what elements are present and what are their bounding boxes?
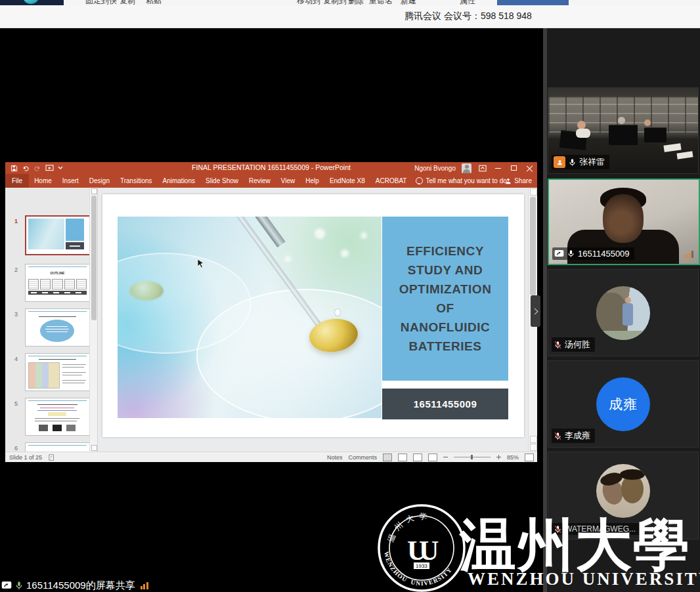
move-to-button[interactable]: 移动到 [297, 0, 320, 5]
zoom-slider-thumb[interactable] [471, 455, 473, 459]
thumb-number: 1 [14, 218, 18, 224]
participant-tile-16511455009[interactable]: 16511455009 [548, 179, 700, 265]
explorer-logo [0, 0, 64, 5]
tab-help[interactable]: Help [300, 174, 324, 188]
mic-on-icon [568, 158, 577, 167]
slide-canvas-area: EFFICIENCY STUDY AND OPTIMIZATION OF NAN… [98, 188, 537, 452]
previous-slide-icon[interactable] [530, 436, 537, 443]
meeting-id-text: 腾讯会议 会议号：598 518 948 [405, 11, 532, 22]
ppt-workspace: 1 2 OUTLINE [5, 188, 537, 452]
scrollbar-thumb[interactable] [91, 196, 97, 320]
tab-view[interactable]: View [276, 174, 301, 188]
start-slideshow-icon[interactable] [45, 165, 54, 172]
slide-title-box[interactable]: EFFICIENCY STUDY AND OPTIMIZATION OF NAN… [382, 217, 508, 381]
pin-to-quick-access-button[interactable]: 固定到快 [85, 0, 117, 5]
tab-acrobat[interactable]: ACROBAT [370, 174, 412, 188]
ribbon-display-options-icon[interactable] [477, 163, 487, 173]
slide-1[interactable]: EFFICIENCY STUDY AND OPTIMIZATION OF NAN… [102, 194, 524, 437]
ppt-title-bar: FINAL PRESENTATION 16511455009 - PowerPo… [5, 162, 537, 174]
account-name[interactable]: Ngoni Bvongo [414, 165, 456, 172]
paste-button[interactable]: 粘贴 [146, 0, 162, 5]
tab-endnote[interactable]: EndNote X8 [324, 174, 370, 188]
account-avatar[interactable] [462, 163, 471, 173]
thumb-number: 3 [14, 311, 18, 318]
tab-insert[interactable]: Insert [57, 174, 84, 188]
tencent-meeting-window: 固定到快 复制 粘贴 移动到 复制到 删除 重命名 新建 属性 腾讯会议 会议号… [0, 0, 700, 592]
slide-thumbnail-6[interactable] [25, 442, 90, 452]
avatar-initials: 成雍 [596, 377, 650, 431]
thumbnail-scrollbar[interactable] [89, 188, 97, 452]
participant-tile-watermagweg[interactable]: WATERMAGWEG... [548, 452, 699, 539]
mouse-cursor [196, 259, 206, 269]
thumb-number: 2 [14, 266, 18, 273]
copy-to-button[interactable]: 复制到 [323, 0, 347, 5]
sidebar-collapse-handle[interactable] [531, 295, 540, 327]
network-signal-icon [686, 251, 693, 258]
fit-to-window-icon[interactable] [525, 454, 534, 461]
restore-button[interactable] [509, 163, 519, 173]
avatar-photo [596, 286, 650, 340]
screen-share-icon [554, 249, 564, 258]
tab-slideshow[interactable]: Slide Show [200, 174, 244, 188]
slide-thumbnail-2[interactable]: OUTLINE [25, 264, 90, 302]
quick-access-toolbar [11, 165, 63, 172]
scroll-up-icon[interactable] [530, 188, 537, 196]
qat-dropdown-icon[interactable] [58, 166, 63, 170]
network-signal-icon [141, 582, 148, 589]
tab-review[interactable]: Review [244, 174, 276, 188]
close-button[interactable] [525, 163, 535, 173]
zoom-slider[interactable] [454, 457, 491, 457]
delete-button[interactable]: 删除 [348, 0, 364, 5]
participant-tile-tanghesheng[interactable]: 汤何胜 [548, 269, 699, 356]
member-badge-icon [554, 156, 565, 168]
minimize-button[interactable] [493, 163, 503, 173]
thumb-number: 5 [14, 400, 18, 407]
share-person-icon [505, 178, 512, 184]
rename-button[interactable]: 重命名 [369, 0, 393, 5]
droplet [334, 308, 341, 316]
zoom-in-icon[interactable] [496, 455, 501, 459]
explorer-blue-button[interactable] [497, 0, 569, 5]
tab-design[interactable]: Design [84, 174, 115, 188]
zoom-out-icon[interactable] [443, 457, 448, 457]
meeting-title-bar: 腾讯会议 会议号：598 518 948 [0, 5, 700, 28]
scrollbar-thumb[interactable] [530, 197, 536, 295]
new-button[interactable]: 新建 [401, 0, 416, 5]
slide-thumbnail-1[interactable] [25, 215, 91, 255]
participant-label: 张祥雷 [552, 155, 609, 169]
normal-view-icon[interactable] [383, 454, 392, 461]
undo-icon[interactable] [22, 165, 30, 172]
tell-me-box[interactable]: Tell me what you want to do [416, 177, 506, 184]
next-slide-icon[interactable] [530, 444, 537, 451]
tab-transitions[interactable]: Transitions [115, 174, 158, 188]
notes-toggle[interactable]: Notes [327, 454, 343, 461]
slide-thumbnail-4[interactable] [25, 353, 90, 391]
spell-check-icon[interactable] [49, 454, 55, 461]
properties-button[interactable]: 属性 [460, 0, 475, 5]
lab-petri-dish-photo [118, 217, 382, 418]
share-button[interactable]: Share [505, 174, 532, 188]
chevron-right-icon [532, 308, 538, 314]
redo-icon [33, 165, 41, 172]
participant-label: WATERMAGWEG... [552, 523, 640, 535]
slide-thumbnail-5[interactable] [25, 398, 90, 436]
tab-animations[interactable]: Animations [158, 174, 200, 188]
screen-share-banner: 16511455009的屏幕共享 [1, 579, 148, 592]
slide-thumbnail-3[interactable] [25, 308, 90, 347]
tab-file[interactable]: File [5, 174, 29, 188]
reading-view-icon[interactable] [413, 454, 422, 461]
copy-button[interactable]: 复制 [120, 0, 135, 5]
comments-toggle[interactable]: Comments [348, 454, 377, 461]
save-icon[interactable] [11, 165, 18, 172]
zoom-level[interactable]: 85% [507, 454, 519, 461]
mic-on-icon [14, 581, 24, 590]
scroll-up-icon[interactable] [91, 188, 97, 194]
slideshow-view-icon[interactable] [428, 454, 437, 461]
scroll-down-icon[interactable] [91, 445, 97, 451]
participant-tile-zhangxianglei[interactable]: 张祥雷 [548, 87, 699, 174]
participant-label: 李成雍 [552, 429, 595, 443]
participant-tile-lichengyong[interactable]: 成雍 李成雍 [548, 360, 699, 448]
tab-home[interactable]: Home [29, 174, 57, 188]
slide-subtitle-box[interactable]: 16511455009 [382, 389, 508, 419]
slide-sorter-view-icon[interactable] [398, 454, 407, 461]
